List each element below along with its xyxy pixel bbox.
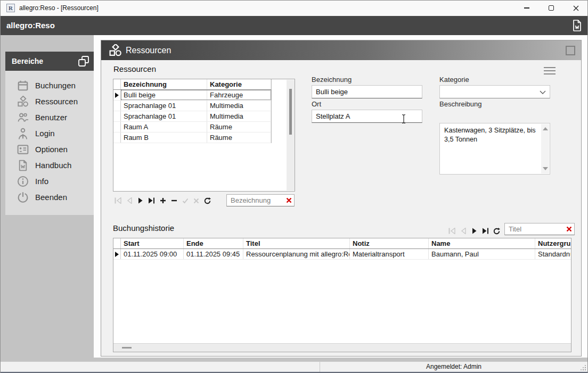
sidebar-item-optionen[interactable]: Optionen bbox=[5, 142, 94, 158]
chevron-down-icon bbox=[540, 90, 546, 94]
restore-window-button[interactable] bbox=[566, 46, 575, 55]
column-header-notiz[interactable]: Notiz bbox=[350, 238, 429, 248]
history-footer-bar bbox=[113, 343, 571, 352]
history-search-box bbox=[504, 223, 575, 235]
content-header-title: Ressourcen bbox=[126, 40, 171, 60]
resources-table-header: Bezeichnung Kategorie bbox=[113, 79, 271, 90]
vertical-scrollbar[interactable] bbox=[541, 124, 549, 173]
id-card-icon bbox=[17, 144, 29, 155]
scroll-down-icon[interactable] bbox=[543, 167, 548, 170]
ort-label: Ort bbox=[312, 100, 321, 108]
column-header-bezeichnung[interactable]: Bezeichnung bbox=[121, 79, 207, 89]
nav-next-button[interactable] bbox=[470, 227, 478, 235]
close-button[interactable] bbox=[564, 0, 588, 16]
app-toolbar: allegro:Reso bbox=[0, 16, 588, 35]
nav-last-button[interactable] bbox=[148, 196, 156, 205]
nav-refresh-button[interactable] bbox=[203, 196, 211, 205]
clear-search-button[interactable] bbox=[564, 223, 574, 235]
nav-refresh-button[interactable] bbox=[493, 227, 501, 235]
bezeichnung-field[interactable] bbox=[312, 85, 422, 98]
table-row[interactable]: Sprachanlage 01 Multimedia bbox=[113, 111, 271, 122]
scroll-up-icon[interactable] bbox=[543, 127, 548, 130]
splitter-handle[interactable] bbox=[122, 347, 132, 349]
column-header-start[interactable]: Start bbox=[121, 238, 184, 248]
nav-first-button[interactable] bbox=[114, 196, 122, 205]
sidebar-item-buchungen[interactable]: Buchungen bbox=[5, 78, 94, 94]
bezeichnung-label: Bezeichnung bbox=[312, 76, 352, 84]
row-indicator-icon bbox=[115, 252, 119, 257]
history-section-title: Buchungshistorie bbox=[113, 223, 174, 233]
main-panel: Ressourcen Ressourcen Bezeichnung Katego… bbox=[101, 40, 582, 357]
resize-grip[interactable] bbox=[579, 364, 586, 371]
minimize-icon bbox=[524, 7, 529, 8]
menu-hamburger-icon[interactable] bbox=[544, 67, 556, 74]
sidebar-item-login[interactable]: Login bbox=[5, 126, 94, 142]
text-cursor bbox=[401, 114, 406, 124]
table-row[interactable]: Raum A Räume bbox=[113, 122, 271, 132]
kategorie-combobox[interactable] bbox=[439, 85, 550, 98]
sidebar: Bereiche Buchungen Ressourcen Benutzer bbox=[5, 52, 94, 215]
scrollbar-thumb[interactable] bbox=[289, 89, 292, 135]
nav-post-button[interactable] bbox=[181, 196, 189, 205]
minimize-button[interactable] bbox=[514, 0, 539, 16]
shapes-icon bbox=[17, 96, 29, 107]
nav-insert-button[interactable] bbox=[159, 196, 167, 205]
history-navigator bbox=[448, 226, 501, 236]
nav-cancel-button[interactable] bbox=[192, 196, 200, 205]
clear-search-button[interactable] bbox=[283, 194, 294, 206]
sidebar-item-beenden[interactable]: Beenden bbox=[5, 189, 94, 205]
nav-delete-button[interactable] bbox=[170, 196, 178, 205]
document-icon bbox=[571, 19, 582, 32]
clear-x-icon bbox=[286, 197, 292, 203]
manual-document-button[interactable] bbox=[569, 18, 585, 33]
history-table-header: Start Ende Titel Notiz Name Nutzergrup bbox=[113, 238, 571, 249]
app-brand: allegro:Reso bbox=[6, 16, 55, 35]
status-bar: Angemeldet: Admin bbox=[0, 361, 588, 372]
resources-search-box bbox=[226, 194, 295, 206]
beschreibung-textarea[interactable]: Kastenwagen, 3 Sitzplätze, bis 3,5 Tonne… bbox=[439, 123, 550, 175]
column-header-ende[interactable]: Ende bbox=[184, 238, 243, 248]
windows-overlap-icon[interactable] bbox=[78, 55, 89, 67]
resources-table: Bezeichnung Kategorie Bulli beige Fahrze… bbox=[113, 79, 295, 192]
history-search-input[interactable] bbox=[505, 225, 564, 233]
title-bar: R allegro:Reso - [Ressourcen] bbox=[0, 0, 588, 16]
vertical-scrollbar[interactable] bbox=[287, 80, 295, 190]
column-header-name[interactable]: Name bbox=[429, 238, 535, 248]
shapes-icon bbox=[109, 44, 122, 56]
sidebar-item-ressourcen[interactable]: Ressourcen bbox=[5, 94, 94, 110]
resources-section-title: Ressourcen bbox=[113, 64, 156, 73]
column-header-titel[interactable]: Titel bbox=[243, 238, 350, 248]
nav-first-button[interactable] bbox=[448, 227, 456, 235]
app-icon: R bbox=[6, 4, 15, 12]
nav-prior-button[interactable] bbox=[125, 196, 133, 205]
maximize-button[interactable] bbox=[539, 0, 564, 16]
nav-next-button[interactable] bbox=[136, 196, 144, 205]
sidebar-item-info[interactable]: Info bbox=[5, 173, 94, 189]
resources-navigator bbox=[114, 196, 211, 205]
content-header: Ressourcen bbox=[101, 40, 581, 60]
history-table: Start Ende Titel Notiz Name Nutzergrup 0… bbox=[113, 238, 571, 352]
sidebar-header-title: Bereiche bbox=[12, 52, 43, 71]
sidebar-item-benutzer[interactable]: Benutzer bbox=[5, 110, 94, 126]
window-title: allegro:Reso - [Ressourcen] bbox=[19, 0, 99, 16]
column-header-nutzergruppe[interactable]: Nutzergrup bbox=[535, 238, 570, 248]
resources-search-input[interactable] bbox=[227, 196, 283, 204]
sidebar-header: Bereiche bbox=[5, 52, 94, 71]
kategorie-label: Kategorie bbox=[439, 76, 469, 84]
logged-in-status: Angemeldet: Admin bbox=[320, 362, 588, 372]
manual-icon bbox=[17, 160, 29, 171]
table-row[interactable]: Raum B Räume bbox=[113, 132, 271, 143]
column-header-kategorie[interactable]: Kategorie bbox=[207, 79, 271, 89]
table-row[interactable]: Bulli beige Fahrzeuge bbox=[113, 90, 271, 101]
power-icon bbox=[17, 192, 29, 203]
nav-last-button[interactable] bbox=[481, 227, 489, 235]
maximize-icon bbox=[549, 5, 554, 11]
table-row[interactable]: Sprachanlage 01 Multimedia bbox=[113, 101, 271, 111]
close-icon bbox=[573, 5, 579, 11]
beschreibung-label: Beschreibung bbox=[439, 100, 482, 108]
calendar-icon bbox=[17, 80, 29, 92]
nav-prior-button[interactable] bbox=[459, 227, 467, 235]
sidebar-item-handbuch[interactable]: Handbuch bbox=[5, 158, 94, 173]
table-row[interactable]: 01.11.2025 09:00 01.11.2025 09:45 Ressou… bbox=[113, 249, 571, 260]
users-icon bbox=[17, 112, 29, 123]
